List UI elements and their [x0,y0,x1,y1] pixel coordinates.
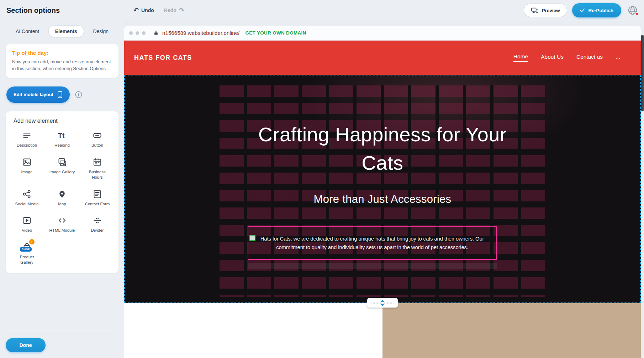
add-element-title: Add new element [14,118,114,124]
add-element-divider[interactable]: Divider [80,216,114,233]
redo-icon: ↷ [179,7,184,14]
undo-icon: ↶ [133,7,139,14]
element-label: Map [58,201,66,207]
contact-form-icon [93,189,102,199]
phone-icon [57,91,63,98]
element-label: Video [22,228,32,233]
product-gallery-icon: SHOP + [22,242,32,252]
top-toolbar: Section options ↶ Undo Redo ↷ Preview [0,0,644,21]
window-dots [129,31,146,35]
preview-label: Preview [542,8,560,13]
video-icon [22,216,32,225]
element-label: Image Gallery [49,169,75,175]
editor-canvas: n1566589.websitebuilder.online/ GET YOUR… [124,21,644,358]
site-url: n1566589.websitebuilder.online/ [162,30,239,36]
done-button[interactable]: Done [6,338,46,352]
hero-heading[interactable]: Crafting Happiness for Your Cats [246,120,519,177]
sidebar: AI Content Elements Design Tip of the da… [0,21,124,358]
republish-label: Re-Publish [588,8,613,13]
add-element-panel: Add new element Description Tt Heading [6,111,118,273]
element-grid: Description Tt Heading Button [10,131,114,265]
history-controls: ↶ Undo Redo ↷ [133,7,184,14]
nav-home[interactable]: Home [513,53,528,62]
hero-body-text-selected[interactable]: Hats for Cats, we are dedicated to craft… [248,226,497,260]
notification-dot [636,13,638,15]
tab-elements[interactable]: Elements [48,25,84,37]
social-media-icon [22,189,32,199]
hero-section-selected[interactable]: Crafting Happiness for Your Cats More th… [124,75,641,303]
add-element-business-hours[interactable]: Business Hours [80,157,114,180]
nav-about-us[interactable]: About Us [541,54,564,62]
tab-design[interactable]: Design [86,26,115,37]
html-module-icon [57,216,67,225]
get-domain-link[interactable]: GET YOUR OWN DOMAIN [245,30,306,36]
site-nav: Home About Us Contact us ... [513,53,620,62]
undo-label: Undo [141,7,154,13]
element-label: Business Hours [84,169,111,180]
pavement-photo [382,303,641,358]
page-title: Section options [6,6,60,15]
scrollbar-thumb[interactable] [641,35,644,111]
site-preview: HATS FOR CATS Home About Us Contact us .… [124,41,641,358]
hero-text-block: Crafting Happiness for Your Cats More th… [125,75,640,206]
element-label: Product Gallery [14,254,40,265]
redo-button[interactable]: Redo ↷ [164,7,184,14]
edit-mobile-row: Edit mobile layout [6,86,118,103]
redo-label: Redo [164,7,176,13]
tip-title: Tip of the day: [12,50,112,56]
browser-chrome: n1566589.websitebuilder.online/ GET YOUR… [124,26,641,41]
image-gallery-icon [57,157,67,167]
undo-button[interactable]: ↶ Undo [133,7,154,14]
tab-ai-content[interactable]: AI Content [9,26,46,37]
app: Section options ↶ Undo Redo ↷ Preview [0,0,644,358]
element-label: Image [21,169,33,175]
heading-icon: Tt [57,131,67,140]
tip-card: Tip of the day: Now you can add, move an… [6,44,118,78]
element-label: Heading [54,143,70,148]
add-element-map[interactable]: Map [45,189,79,207]
drag-handle[interactable] [249,235,255,241]
faded-element-placeholder [248,263,497,269]
add-element-description[interactable]: Description [10,131,44,148]
site-header: HATS FOR CATS Home About Us Contact us .… [124,41,641,75]
add-element-button[interactable]: Button [80,131,114,148]
add-element-html-module[interactable]: HTML Module [45,216,79,233]
section-resize-handle[interactable] [367,298,398,308]
edit-mobile-label: Edit mobile layout [14,92,53,97]
hero-subheading[interactable]: More than Just Accessories [125,193,640,206]
edit-mobile-layout-button[interactable]: Edit mobile layout [6,86,70,103]
republish-button[interactable]: Re-Publish [572,3,621,17]
svg-text:Tt: Tt [58,132,65,139]
preview-button[interactable]: Preview [524,4,567,17]
add-element-image[interactable]: Image [10,157,44,180]
info-icon[interactable] [75,91,83,99]
next-section-white-area [124,303,382,358]
add-element-product-gallery[interactable]: SHOP + Product Gallery [10,242,44,265]
element-label: HTML Module [49,228,75,233]
map-pin-icon [57,189,67,199]
add-element-image-gallery[interactable]: Image Gallery [45,157,79,180]
topbar-actions: Preview Re-Publish [524,3,639,17]
shop-badge: SHOP [20,247,32,252]
upgrade-badge-icon: + [29,239,35,244]
element-label: Social Media [15,201,39,207]
add-element-heading[interactable]: Tt Heading [45,131,79,148]
add-element-contact-form[interactable]: Contact Form [80,189,114,207]
add-element-social-media[interactable]: Social Media [10,189,44,207]
add-element-video[interactable]: Video [10,216,44,233]
resize-arrow-up-icon [381,300,384,302]
business-hours-icon [93,157,102,167]
tip-body: Now you can add, move and resize any ele… [12,59,112,72]
hero-body-text: Hats for Cats, we are dedicated to craft… [255,235,489,252]
site-logo[interactable]: HATS FOR CATS [134,54,192,62]
divider-icon [93,216,102,225]
next-section[interactable] [124,303,641,358]
nav-more-menu[interactable]: ... [616,54,620,62]
nav-contact-us[interactable]: Contact us [576,54,603,62]
language-globe-button[interactable] [626,4,639,17]
element-label: Description [17,143,37,148]
sidebar-divider [6,330,118,330]
description-icon [22,131,32,140]
lock-icon [153,30,159,36]
resize-dotted-line [371,302,394,303]
